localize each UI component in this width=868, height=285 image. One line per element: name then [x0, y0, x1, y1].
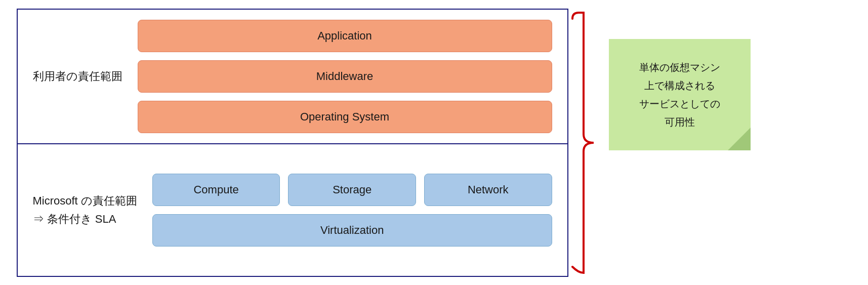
virtualization-layer: Virtualization — [152, 214, 552, 247]
storage-layer: Storage — [288, 174, 416, 206]
os-layer: Operating System — [138, 101, 552, 133]
middleware-layer: Middleware — [138, 60, 552, 93]
sticky-note: 単体の仮想マシン上で構成されるサービスとしての可用性 — [609, 39, 751, 150]
brace-icon — [568, 9, 599, 277]
ms-top-row: Compute Storage Network — [152, 174, 552, 206]
user-responsibility-box: 利用者の責任範囲 Application Middleware Operatin… — [17, 9, 568, 143]
ms-responsibility-box: Microsoft の責任範囲⇒ 条件付き SLA Compute Storag… — [17, 143, 568, 277]
network-layer: Network — [424, 174, 552, 206]
compute-layer: Compute — [152, 174, 280, 206]
application-layer: Application — [138, 20, 552, 52]
user-label: 利用者の責任範囲 — [33, 67, 122, 85]
ms-layers: Compute Storage Network Virtualization — [152, 174, 552, 247]
ms-label: Microsoft の責任範囲⇒ 条件付き SLA — [33, 192, 137, 227]
brace-section — [568, 9, 599, 277]
left-section: 利用者の責任範囲 Application Middleware Operatin… — [17, 9, 568, 277]
user-layers: Application Middleware Operating System — [138, 20, 552, 133]
sticky-note-text: 単体の仮想マシン上で構成されるサービスとしての可用性 — [639, 58, 720, 131]
main-container: 利用者の責任範囲 Application Middleware Operatin… — [17, 9, 852, 277]
